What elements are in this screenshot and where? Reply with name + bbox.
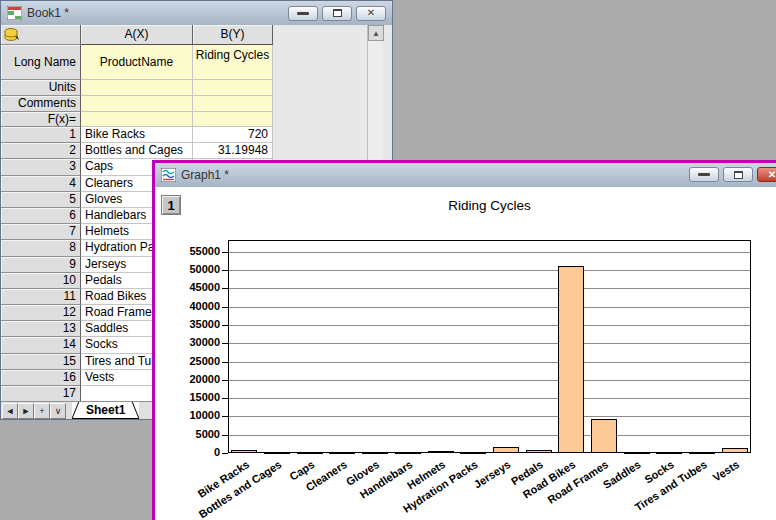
y-tick xyxy=(222,362,228,363)
restore-icon xyxy=(333,9,342,17)
bar-handlebars[interactable] xyxy=(395,452,421,454)
row-number-cell[interactable]: 3 xyxy=(1,159,81,175)
product-name-cell[interactable]: Bike Racks xyxy=(81,127,193,143)
scroll-up-button[interactable]: ▲ xyxy=(368,25,384,41)
y-tick-label[interactable]: 20000 xyxy=(170,373,220,385)
longname-cell-a[interactable] xyxy=(81,80,193,96)
row-label-header[interactable]: F(x)= xyxy=(1,112,81,127)
row-label-header[interactable]: Comments xyxy=(1,96,81,112)
row-number-cell[interactable]: 8 xyxy=(1,240,81,256)
y-tick-label[interactable]: 5000 xyxy=(170,428,220,440)
database-icon xyxy=(4,28,20,42)
minimize-icon xyxy=(698,173,710,176)
bar-bottles-and-cages[interactable] xyxy=(264,452,290,454)
column-header-a[interactable]: A(X) xyxy=(81,25,193,45)
tab-sheet1[interactable]: Sheet1 xyxy=(72,402,139,419)
close-icon: ✕ xyxy=(367,8,375,18)
y-tick xyxy=(222,416,228,417)
column-header-b[interactable]: B(Y) xyxy=(193,25,273,45)
x-tick-label[interactable]: Jerseys xyxy=(471,458,512,490)
y-tick xyxy=(222,435,228,436)
label-row: Comments xyxy=(1,96,392,112)
value-cell[interactable]: 720 xyxy=(193,127,273,143)
layer1-badge[interactable]: 1 xyxy=(161,195,181,215)
x-tick-label[interactable]: Vests xyxy=(711,458,742,484)
bar-tires-and-tubes[interactable] xyxy=(689,452,715,454)
book1-restore-button[interactable] xyxy=(322,6,352,21)
y-tick xyxy=(222,398,228,399)
row-number-cell[interactable]: 17 xyxy=(1,386,81,402)
chart-title[interactable]: Riding Cycles xyxy=(228,198,751,213)
row-label-header[interactable]: Units xyxy=(1,80,81,96)
book1-close-button[interactable]: ✕ xyxy=(356,6,386,21)
bar-saddles[interactable] xyxy=(624,452,650,454)
worksheet-icon xyxy=(7,6,22,20)
value-cell[interactable]: 31.19948 xyxy=(193,143,273,159)
row-number-cell[interactable]: 10 xyxy=(1,273,81,289)
longname-cell-b[interactable] xyxy=(193,96,273,112)
book1-titlebar[interactable]: Book1 * ✕ xyxy=(1,1,392,25)
bar-caps[interactable] xyxy=(297,452,323,454)
bar-helmets[interactable] xyxy=(428,451,454,453)
y-tick xyxy=(222,380,228,381)
y-tick-label[interactable]: 25000 xyxy=(170,355,220,367)
row-number-cell[interactable]: 5 xyxy=(1,192,81,208)
add-sheet-button[interactable]: + xyxy=(34,403,50,419)
y-tick-label[interactable]: 55000 xyxy=(170,245,220,257)
bar-road-bikes[interactable] xyxy=(558,266,584,453)
y-gridline xyxy=(229,435,750,436)
bar-bike-racks[interactable] xyxy=(231,450,257,453)
longname-cell-b[interactable]: Riding Cycles xyxy=(193,45,273,80)
worksheet-corner-cell[interactable] xyxy=(1,25,81,45)
sheet-list-button[interactable]: ∨ xyxy=(50,403,66,419)
row-number-cell[interactable]: 11 xyxy=(1,289,81,305)
bar-hydration-packs[interactable] xyxy=(460,452,486,454)
tab-nav-left-button[interactable]: ◄ xyxy=(2,403,18,419)
graph1-titlebar[interactable]: Graph1 * ✕ xyxy=(155,163,776,187)
graph1-close-button[interactable]: ✕ xyxy=(757,167,776,182)
y-tick-label[interactable]: 30000 xyxy=(170,336,220,348)
longname-cell-a[interactable] xyxy=(81,112,193,127)
bar-vests[interactable] xyxy=(722,448,748,453)
row-number-cell[interactable]: 14 xyxy=(1,337,81,353)
bar-socks[interactable] xyxy=(656,452,682,454)
y-gridline xyxy=(229,380,750,381)
row-number-cell[interactable]: 6 xyxy=(1,208,81,224)
y-tick-label[interactable]: 35000 xyxy=(170,318,220,330)
y-tick-label[interactable]: 50000 xyxy=(170,263,220,275)
tab-nav-right-button[interactable]: ► xyxy=(18,403,34,419)
longname-cell-b[interactable] xyxy=(193,112,273,127)
bar-road-frames[interactable] xyxy=(591,419,617,453)
product-name-cell[interactable]: Bottles and Cages xyxy=(81,143,193,159)
bar-gloves[interactable] xyxy=(362,452,388,454)
row-number-cell[interactable]: 1 xyxy=(1,127,81,143)
label-row: Long NameProductNameRiding Cycles xyxy=(1,45,392,80)
row-number-cell[interactable]: 9 xyxy=(1,257,81,273)
row-number-cell[interactable]: 12 xyxy=(1,305,81,321)
y-tick-label[interactable]: 0 xyxy=(170,446,220,458)
book1-minimize-button[interactable] xyxy=(288,6,318,21)
row-number-cell[interactable]: 16 xyxy=(1,370,81,386)
row-number-cell[interactable]: 13 xyxy=(1,321,81,337)
longname-cell-a[interactable] xyxy=(81,96,193,112)
row-number-cell[interactable]: 7 xyxy=(1,224,81,240)
graph1-minimize-button[interactable] xyxy=(689,167,719,182)
row-number-cell[interactable]: 2 xyxy=(1,143,81,159)
plot-frame[interactable] xyxy=(228,240,751,453)
row-number-cell[interactable]: 4 xyxy=(1,176,81,192)
longname-cell-a[interactable]: ProductName xyxy=(81,45,193,80)
y-gridline xyxy=(229,343,750,344)
row-label-header[interactable]: Long Name xyxy=(1,45,81,80)
bar-pedals[interactable] xyxy=(526,450,552,453)
y-gridline xyxy=(229,398,750,399)
graph1-window: Graph1 * ✕ 1 Riding Cycles 0500010000150… xyxy=(152,160,776,520)
row-number-cell[interactable]: 15 xyxy=(1,354,81,370)
graph1-restore-button[interactable] xyxy=(723,167,753,182)
longname-cell-b[interactable] xyxy=(193,80,273,96)
y-tick-label[interactable]: 15000 xyxy=(170,391,220,403)
bar-cleaners[interactable] xyxy=(329,452,355,454)
y-tick-label[interactable]: 45000 xyxy=(170,281,220,293)
y-tick-label[interactable]: 10000 xyxy=(170,409,220,421)
bar-jerseys[interactable] xyxy=(493,447,519,453)
y-tick-label[interactable]: 40000 xyxy=(170,300,220,312)
